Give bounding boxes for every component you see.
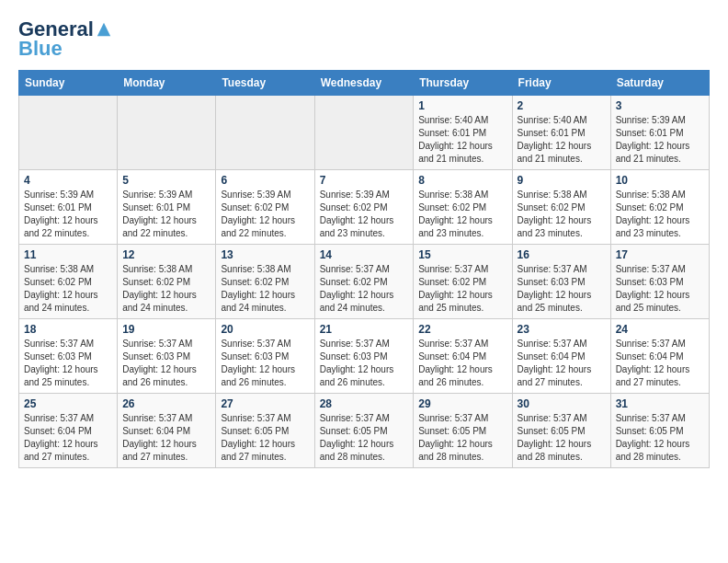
calendar-cell: 21Sunrise: 5:37 AMSunset: 6:03 PMDayligh… xyxy=(314,319,414,394)
calendar-cell: 23Sunrise: 5:37 AMSunset: 6:04 PMDayligh… xyxy=(512,319,610,394)
day-number: 1 xyxy=(418,99,506,112)
day-number: 13 xyxy=(221,248,309,261)
day-info: Sunrise: 5:37 AMSunset: 6:02 PMDaylight:… xyxy=(418,263,506,315)
calendar-week-row: 11Sunrise: 5:38 AMSunset: 6:02 PMDayligh… xyxy=(19,245,710,319)
day-info: Sunrise: 5:37 AMSunset: 6:04 PMDaylight:… xyxy=(24,412,112,464)
day-number: 25 xyxy=(24,397,112,410)
calendar-cell: 6Sunrise: 5:39 AMSunset: 6:02 PMDaylight… xyxy=(216,170,314,245)
calendar-cell: 7Sunrise: 5:39 AMSunset: 6:02 PMDaylight… xyxy=(314,170,414,245)
logo: General Blue xyxy=(18,18,112,61)
day-info: Sunrise: 5:37 AMSunset: 6:02 PMDaylight:… xyxy=(320,263,409,315)
day-info: Sunrise: 5:38 AMSunset: 6:02 PMDaylight:… xyxy=(24,263,112,315)
day-info: Sunrise: 5:37 AMSunset: 6:05 PMDaylight:… xyxy=(418,412,506,464)
day-number: 29 xyxy=(418,397,506,410)
day-info: Sunrise: 5:39 AMSunset: 6:02 PMDaylight:… xyxy=(221,189,309,240)
calendar-cell: 19Sunrise: 5:37 AMSunset: 6:03 PMDayligh… xyxy=(118,319,216,394)
day-number: 12 xyxy=(122,248,210,261)
day-number: 31 xyxy=(616,397,704,410)
day-number: 4 xyxy=(24,174,112,187)
day-info: Sunrise: 5:37 AMSunset: 6:03 PMDaylight:… xyxy=(320,338,409,389)
day-info: Sunrise: 5:40 AMSunset: 6:01 PMDaylight:… xyxy=(518,114,606,166)
day-info: Sunrise: 5:37 AMSunset: 6:03 PMDaylight:… xyxy=(221,338,309,389)
calendar-cell: 27Sunrise: 5:37 AMSunset: 6:05 PMDayligh… xyxy=(216,394,314,468)
day-number: 17 xyxy=(616,248,704,261)
calendar-cell: 22Sunrise: 5:37 AMSunset: 6:04 PMDayligh… xyxy=(414,319,512,394)
day-info: Sunrise: 5:37 AMSunset: 6:05 PMDaylight:… xyxy=(518,412,606,464)
calendar-cell: 2Sunrise: 5:40 AMSunset: 6:01 PMDaylight… xyxy=(512,96,610,170)
day-info: Sunrise: 5:37 AMSunset: 6:05 PMDaylight:… xyxy=(320,412,409,464)
calendar-cell: 30Sunrise: 5:37 AMSunset: 6:05 PMDayligh… xyxy=(512,394,610,468)
calendar-cell xyxy=(314,96,414,170)
calendar-cell: 24Sunrise: 5:37 AMSunset: 6:04 PMDayligh… xyxy=(610,319,709,394)
calendar-cell: 4Sunrise: 5:39 AMSunset: 6:01 PMDaylight… xyxy=(19,170,118,245)
calendar-cell xyxy=(19,96,118,170)
page-header: General Blue xyxy=(18,18,710,61)
day-info: Sunrise: 5:38 AMSunset: 6:02 PMDaylight:… xyxy=(221,263,309,315)
calendar-cell: 25Sunrise: 5:37 AMSunset: 6:04 PMDayligh… xyxy=(19,394,118,468)
calendar-cell: 29Sunrise: 5:37 AMSunset: 6:05 PMDayligh… xyxy=(414,394,512,468)
day-info: Sunrise: 5:37 AMSunset: 6:04 PMDaylight:… xyxy=(122,412,210,464)
day-number: 16 xyxy=(518,248,606,261)
day-number: 18 xyxy=(24,323,112,336)
day-number: 15 xyxy=(418,248,506,261)
day-info: Sunrise: 5:37 AMSunset: 6:04 PMDaylight:… xyxy=(616,338,704,389)
calendar-week-row: 1Sunrise: 5:40 AMSunset: 6:01 PMDaylight… xyxy=(19,96,710,170)
calendar-cell: 18Sunrise: 5:37 AMSunset: 6:03 PMDayligh… xyxy=(19,319,118,394)
weekday-header-thursday: Thursday xyxy=(414,71,512,96)
day-info: Sunrise: 5:37 AMSunset: 6:03 PMDaylight:… xyxy=(122,338,210,389)
logo-icon xyxy=(96,21,112,38)
calendar-cell: 5Sunrise: 5:39 AMSunset: 6:01 PMDaylight… xyxy=(118,170,216,245)
calendar-cell: 26Sunrise: 5:37 AMSunset: 6:04 PMDayligh… xyxy=(118,394,216,468)
calendar-cell xyxy=(216,96,314,170)
weekday-header-monday: Monday xyxy=(118,71,216,96)
day-number: 5 xyxy=(122,174,210,187)
calendar-cell: 1Sunrise: 5:40 AMSunset: 6:01 PMDaylight… xyxy=(414,96,512,170)
day-number: 24 xyxy=(616,323,704,336)
day-number: 2 xyxy=(518,99,606,112)
day-info: Sunrise: 5:37 AMSunset: 6:05 PMDaylight:… xyxy=(616,412,704,464)
weekday-header-sunday: Sunday xyxy=(19,71,118,96)
day-number: 20 xyxy=(221,323,309,336)
weekday-header-tuesday: Tuesday xyxy=(216,71,314,96)
calendar-cell: 14Sunrise: 5:37 AMSunset: 6:02 PMDayligh… xyxy=(314,245,414,319)
calendar-cell xyxy=(118,96,216,170)
weekday-header-row: SundayMondayTuesdayWednesdayThursdayFrid… xyxy=(19,71,710,96)
day-info: Sunrise: 5:38 AMSunset: 6:02 PMDaylight:… xyxy=(418,189,506,240)
calendar-cell: 31Sunrise: 5:37 AMSunset: 6:05 PMDayligh… xyxy=(610,394,709,468)
day-number: 28 xyxy=(320,397,409,410)
day-number: 22 xyxy=(418,323,506,336)
calendar-week-row: 4Sunrise: 5:39 AMSunset: 6:01 PMDaylight… xyxy=(19,170,710,245)
calendar-cell: 17Sunrise: 5:37 AMSunset: 6:03 PMDayligh… xyxy=(610,245,709,319)
day-number: 14 xyxy=(320,248,409,261)
day-info: Sunrise: 5:37 AMSunset: 6:04 PMDaylight:… xyxy=(418,338,506,389)
day-number: 11 xyxy=(24,248,112,261)
day-info: Sunrise: 5:37 AMSunset: 6:04 PMDaylight:… xyxy=(518,338,606,389)
day-number: 7 xyxy=(320,174,409,187)
day-number: 8 xyxy=(418,174,506,187)
day-info: Sunrise: 5:38 AMSunset: 6:02 PMDaylight:… xyxy=(518,189,606,240)
day-info: Sunrise: 5:39 AMSunset: 6:01 PMDaylight:… xyxy=(24,189,112,240)
calendar-cell: 10Sunrise: 5:38 AMSunset: 6:02 PMDayligh… xyxy=(610,170,709,245)
calendar-cell: 28Sunrise: 5:37 AMSunset: 6:05 PMDayligh… xyxy=(314,394,414,468)
day-info: Sunrise: 5:40 AMSunset: 6:01 PMDaylight:… xyxy=(418,114,506,166)
calendar-cell: 9Sunrise: 5:38 AMSunset: 6:02 PMDaylight… xyxy=(512,170,610,245)
calendar-cell: 11Sunrise: 5:38 AMSunset: 6:02 PMDayligh… xyxy=(19,245,118,319)
weekday-header-friday: Friday xyxy=(512,71,610,96)
day-info: Sunrise: 5:39 AMSunset: 6:02 PMDaylight:… xyxy=(320,189,409,240)
calendar-week-row: 18Sunrise: 5:37 AMSunset: 6:03 PMDayligh… xyxy=(19,319,710,394)
day-number: 3 xyxy=(616,99,704,112)
calendar-cell: 13Sunrise: 5:38 AMSunset: 6:02 PMDayligh… xyxy=(216,245,314,319)
day-info: Sunrise: 5:39 AMSunset: 6:01 PMDaylight:… xyxy=(122,189,210,240)
calendar-cell: 12Sunrise: 5:38 AMSunset: 6:02 PMDayligh… xyxy=(118,245,216,319)
day-info: Sunrise: 5:37 AMSunset: 6:03 PMDaylight:… xyxy=(616,263,704,315)
calendar-cell: 3Sunrise: 5:39 AMSunset: 6:01 PMDaylight… xyxy=(610,96,709,170)
day-info: Sunrise: 5:39 AMSunset: 6:01 PMDaylight:… xyxy=(616,114,704,166)
calendar-week-row: 25Sunrise: 5:37 AMSunset: 6:04 PMDayligh… xyxy=(19,394,710,468)
weekday-header-saturday: Saturday xyxy=(610,71,709,96)
day-info: Sunrise: 5:37 AMSunset: 6:03 PMDaylight:… xyxy=(24,338,112,389)
day-number: 21 xyxy=(320,323,409,336)
day-number: 23 xyxy=(518,323,606,336)
calendar-cell: 15Sunrise: 5:37 AMSunset: 6:02 PMDayligh… xyxy=(414,245,512,319)
calendar-cell: 20Sunrise: 5:37 AMSunset: 6:03 PMDayligh… xyxy=(216,319,314,394)
day-info: Sunrise: 5:38 AMSunset: 6:02 PMDaylight:… xyxy=(616,189,704,240)
